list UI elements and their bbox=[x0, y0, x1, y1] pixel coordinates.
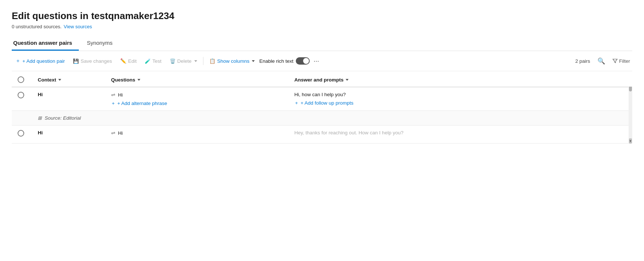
show-columns-button[interactable]: 📋 Show columns bbox=[206, 56, 259, 66]
toolbar-right: 2 pairs 🔍 Filter bbox=[575, 56, 632, 66]
view-sources-link[interactable]: View sources bbox=[64, 24, 92, 29]
edit-button[interactable]: ✏️ Edit bbox=[117, 56, 140, 66]
header-answers[interactable]: Answer and prompts bbox=[288, 71, 632, 87]
context-sort-icon bbox=[58, 79, 61, 81]
row2-questions: ⇌ Hi bbox=[105, 126, 288, 144]
pairs-count: 2 pairs bbox=[575, 58, 590, 64]
page-title: Edit questions in testqnamaker1234 bbox=[12, 10, 632, 22]
add-alt-plus-icon: + bbox=[112, 101, 115, 106]
table-row: Hi ⇌ Hi Hey, thanks for reaching out. Ho… bbox=[12, 126, 632, 144]
page-container: Edit questions in testqnamaker1234 0 uns… bbox=[0, 0, 644, 261]
row1-context: Hi bbox=[32, 87, 105, 111]
test-button[interactable]: 🧪 Test bbox=[141, 56, 165, 66]
add-alternate-phrase-link[interactable]: + + Add alternate phrase bbox=[111, 101, 283, 106]
row1-questions: ⇌ Hi + + Add alternate phrase bbox=[105, 87, 288, 111]
row1-question-item: ⇌ Hi bbox=[111, 92, 283, 98]
test-icon: 🧪 bbox=[145, 58, 151, 64]
answers-sort-icon bbox=[346, 79, 349, 81]
scrollbar-down-arrow[interactable]: ▼ bbox=[629, 138, 632, 144]
more-options-button[interactable]: ··· bbox=[310, 56, 322, 66]
row2-context: Hi bbox=[32, 126, 105, 144]
table-header-row: Context Questions Answer and prompts bbox=[12, 71, 632, 87]
tabs-container: Question answer pairs Synonyms bbox=[12, 36, 632, 51]
filter-button[interactable]: Filter bbox=[610, 57, 632, 65]
enable-rich-text-container: Enable rich text bbox=[259, 57, 310, 65]
enable-rich-text-label: Enable rich text bbox=[259, 58, 293, 64]
table-container: Context Questions Answer and prompts bbox=[12, 71, 632, 144]
subtitle: 0 unstructured sources. View sources bbox=[12, 24, 632, 29]
row1-answers: Hi, how can I help you? + + Add follow u… bbox=[288, 87, 632, 111]
source-cell: ⊞ Source: Editorial bbox=[32, 111, 632, 126]
source-row: ⊞ Source: Editorial bbox=[12, 111, 632, 126]
toolbar: ＋ + Add question pair 💾 Save changes ✏️ … bbox=[12, 51, 632, 71]
save-icon: 💾 bbox=[73, 58, 79, 64]
row1-select[interactable] bbox=[12, 87, 32, 111]
header-select bbox=[12, 71, 32, 87]
row1-radio[interactable] bbox=[18, 92, 24, 98]
add-question-pair-button[interactable]: ＋ + Add question pair bbox=[12, 55, 69, 66]
header-questions[interactable]: Questions bbox=[105, 71, 288, 87]
tab-question-answer-pairs[interactable]: Question answer pairs bbox=[12, 36, 79, 51]
add-follow-up-prompts-link[interactable]: + + Add follow up prompts bbox=[294, 100, 626, 106]
tab-synonyms[interactable]: Synonyms bbox=[85, 36, 119, 51]
question-answer-table: Context Questions Answer and prompts bbox=[12, 71, 632, 144]
delete-dropdown-arrow bbox=[194, 60, 197, 62]
delete-button[interactable]: 🗑️ Delete bbox=[166, 56, 201, 66]
row2-reorder-icon: ⇌ bbox=[111, 130, 115, 136]
header-radio[interactable] bbox=[18, 76, 24, 83]
header-context[interactable]: Context bbox=[32, 71, 105, 87]
rich-text-toggle[interactable] bbox=[296, 57, 310, 65]
filter-icon bbox=[612, 58, 618, 64]
row2-answers: Hey, thanks for reaching out. How can I … bbox=[288, 126, 632, 144]
columns-icon: 📋 bbox=[209, 58, 216, 64]
question-reorder-icon: ⇌ bbox=[111, 92, 115, 98]
add-prompts-plus-icon: + bbox=[295, 100, 298, 106]
source-icon: ⊞ bbox=[38, 115, 42, 121]
row2-select[interactable] bbox=[12, 126, 32, 144]
subtitle-text: 0 unstructured sources. bbox=[12, 24, 62, 29]
delete-icon: 🗑️ bbox=[170, 58, 176, 64]
add-icon: ＋ bbox=[15, 58, 21, 64]
show-columns-arrow bbox=[252, 60, 255, 62]
search-icon[interactable]: 🔍 bbox=[595, 56, 607, 66]
separator-1 bbox=[203, 57, 203, 65]
questions-sort-icon bbox=[137, 79, 140, 81]
row1-answer-text: Hi, how can I help you? bbox=[294, 92, 626, 97]
row2-radio[interactable] bbox=[18, 130, 24, 137]
edit-icon: ✏️ bbox=[120, 58, 126, 64]
save-changes-button[interactable]: 💾 Save changes bbox=[69, 56, 116, 66]
table-row: Hi ⇌ Hi + + Add alternate phrase Hi, bbox=[12, 87, 632, 111]
row2-question-item: ⇌ Hi bbox=[111, 130, 283, 136]
